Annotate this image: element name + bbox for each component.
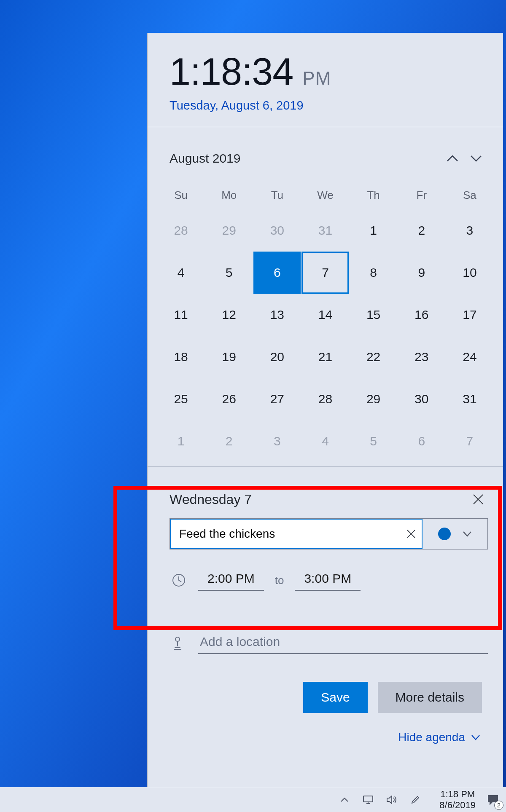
clock-time: 1:18:34 bbox=[170, 50, 293, 94]
calendar-day[interactable]: 17 bbox=[446, 294, 494, 336]
calendar-day[interactable]: 13 bbox=[253, 294, 301, 336]
clock-date-link[interactable]: Tuesday, August 6, 2019 bbox=[148, 94, 503, 127]
chevron-up-icon bbox=[447, 155, 458, 162]
pen-ink-icon[interactable] bbox=[409, 793, 422, 806]
calendar-day[interactable]: 20 bbox=[253, 336, 301, 378]
calendar-day[interactable]: 27 bbox=[253, 378, 301, 420]
weekday-label: We bbox=[301, 189, 349, 202]
more-details-button[interactable]: More details bbox=[378, 682, 482, 713]
calendar-day[interactable]: 3 bbox=[446, 209, 494, 252]
calendar-day[interactable]: 10 bbox=[446, 252, 494, 294]
clock-calendar-flyout: 1:18:34 PM Tuesday, August 6, 2019 Augus… bbox=[147, 33, 503, 801]
calendar-day[interactable]: 11 bbox=[157, 294, 205, 336]
taskbar-clock-time: 1:18 PM bbox=[439, 789, 476, 799]
taskbar-clock[interactable]: 1:18 PM 8/6/2019 bbox=[432, 789, 483, 810]
chevron-down-icon bbox=[471, 734, 480, 740]
calendar-day[interactable]: 14 bbox=[301, 294, 349, 336]
calendar-day[interactable]: 15 bbox=[350, 294, 398, 336]
calendar-day[interactable]: 2 bbox=[205, 420, 253, 462]
calendar-day[interactable]: 30 bbox=[253, 209, 301, 252]
event-date-label: Wednesday 7 bbox=[170, 492, 468, 507]
calendar-day[interactable]: 30 bbox=[398, 378, 446, 420]
weekday-header: Su Mo Tu We Th Fr Sa bbox=[148, 174, 503, 202]
calendar-day[interactable]: 1 bbox=[157, 420, 205, 462]
network-icon[interactable] bbox=[362, 793, 374, 806]
monitor-icon bbox=[363, 795, 374, 804]
next-month-button[interactable] bbox=[464, 147, 488, 170]
calendar-day[interactable]: 28 bbox=[301, 378, 349, 420]
weekday-label: Tu bbox=[253, 189, 301, 202]
calendar-day[interactable]: 23 bbox=[398, 336, 446, 378]
clock-row: 1:18:34 PM bbox=[148, 33, 503, 94]
calendar-day[interactable]: 7 bbox=[301, 252, 349, 294]
tray-overflow-button[interactable] bbox=[338, 793, 351, 806]
calendar-day[interactable]: 4 bbox=[301, 420, 349, 462]
calendar-day[interactable]: 4 bbox=[157, 252, 205, 294]
svg-point-5 bbox=[175, 637, 180, 641]
close-icon bbox=[473, 494, 484, 505]
month-label[interactable]: August 2019 bbox=[170, 151, 441, 166]
event-title-input[interactable] bbox=[179, 527, 401, 541]
calendar-day[interactable]: 22 bbox=[350, 336, 398, 378]
calendar-day[interactable]: 12 bbox=[205, 294, 253, 336]
calendar-day[interactable]: 2 bbox=[398, 209, 446, 252]
svg-marker-9 bbox=[387, 796, 392, 804]
calendar-day[interactable]: 29 bbox=[350, 378, 398, 420]
calendar-day[interactable]: 8 bbox=[350, 252, 398, 294]
clock-icon bbox=[170, 572, 187, 589]
time-to-label: to bbox=[275, 574, 284, 587]
chevron-down-icon bbox=[470, 155, 482, 162]
calendar-day[interactable]: 31 bbox=[446, 378, 494, 420]
close-event-button[interactable] bbox=[468, 490, 488, 509]
event-time-row: 2:00 PM to 3:00 PM bbox=[164, 549, 490, 591]
calendar-day[interactable]: 25 bbox=[157, 378, 205, 420]
location-input[interactable] bbox=[198, 633, 488, 654]
calendar-day[interactable]: 31 bbox=[301, 209, 349, 252]
weekday-label: Sa bbox=[446, 189, 494, 202]
calendar-grid: 2829303112345678910111213141516171819202… bbox=[148, 202, 503, 462]
calendar-color-picker[interactable] bbox=[423, 519, 487, 549]
calendar-day[interactable]: 28 bbox=[157, 209, 205, 252]
calendar-day[interactable]: 1 bbox=[350, 209, 398, 252]
calendar-day[interactable]: 21 bbox=[301, 336, 349, 378]
event-title-row bbox=[170, 518, 488, 549]
clear-title-button[interactable] bbox=[401, 520, 422, 548]
calendar-day[interactable]: 19 bbox=[205, 336, 253, 378]
weekday-label: Mo bbox=[205, 189, 253, 202]
prev-month-button[interactable] bbox=[441, 147, 464, 170]
chevron-up-icon bbox=[340, 797, 349, 803]
event-title-input-wrap bbox=[170, 519, 423, 549]
volume-icon[interactable] bbox=[385, 793, 398, 806]
pen-icon bbox=[410, 795, 420, 805]
event-buttons: Save More details bbox=[164, 654, 490, 713]
start-time-field[interactable]: 2:00 PM bbox=[198, 570, 264, 591]
calendar-day[interactable]: 16 bbox=[398, 294, 446, 336]
weekday-label: Su bbox=[157, 189, 205, 202]
speaker-icon bbox=[386, 795, 397, 804]
action-center-button[interactable]: 2 bbox=[483, 790, 503, 809]
calendar-day[interactable]: 5 bbox=[205, 252, 253, 294]
calendar-day[interactable]: 3 bbox=[253, 420, 301, 462]
event-quick-create: Wednesday 7 2:00 PM to 3:00 PM bbox=[148, 467, 503, 744]
month-nav-row: August 2019 bbox=[148, 127, 503, 174]
calendar-day[interactable]: 26 bbox=[205, 378, 253, 420]
calendar-day[interactable]: 5 bbox=[350, 420, 398, 462]
taskbar: 1:18 PM 8/6/2019 2 bbox=[0, 787, 506, 812]
location-icon bbox=[170, 635, 187, 652]
weekday-label: Fr bbox=[398, 189, 446, 202]
calendar-color-dot-icon bbox=[438, 528, 451, 540]
calendar-day[interactable]: 6 bbox=[398, 420, 446, 462]
close-icon bbox=[406, 529, 416, 539]
end-time-field[interactable]: 3:00 PM bbox=[295, 570, 361, 591]
hide-agenda-link[interactable]: Hide agenda bbox=[164, 713, 490, 744]
calendar-day[interactable]: 7 bbox=[446, 420, 494, 462]
calendar-day[interactable]: 29 bbox=[205, 209, 253, 252]
weekday-label: Th bbox=[350, 189, 398, 202]
save-button[interactable]: Save bbox=[303, 682, 367, 713]
calendar-day[interactable]: 24 bbox=[446, 336, 494, 378]
calendar-day[interactable]: 18 bbox=[157, 336, 205, 378]
notification-badge: 2 bbox=[494, 801, 503, 810]
calendar-day[interactable]: 9 bbox=[398, 252, 446, 294]
chevron-down-icon bbox=[463, 531, 472, 537]
calendar-day[interactable]: 6 bbox=[253, 252, 301, 294]
